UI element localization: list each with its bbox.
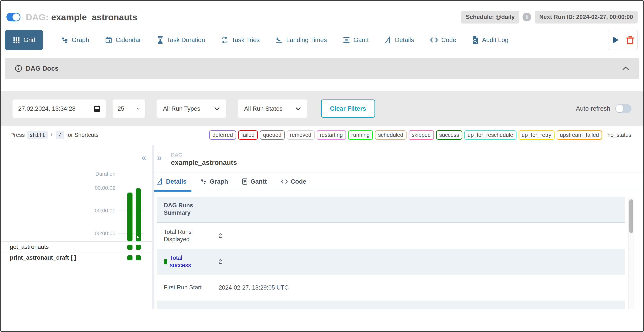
schedule-badge: Schedule: @daily xyxy=(461,10,519,24)
task-instance-square[interactable] xyxy=(127,255,132,260)
trigger-dag-button[interactable] xyxy=(608,30,623,50)
run-states-value: All Run States xyxy=(244,105,282,112)
success-bullet-icon xyxy=(164,259,167,264)
panel-title: example_astronauts xyxy=(171,158,643,166)
dag-docs-panel[interactable]: DAG Docs xyxy=(5,58,639,79)
axis-tick-line xyxy=(119,188,144,188)
dag-docs-header: DAG Docs xyxy=(15,64,58,72)
nav-tab-gantt[interactable]: Gantt xyxy=(343,36,369,44)
dag-run-bar-1[interactable] xyxy=(127,192,132,242)
row-value: 2 xyxy=(212,258,222,265)
nav-tab-calendar[interactable]: Calendar xyxy=(105,36,141,44)
task-instance-square[interactable] xyxy=(136,245,141,250)
panel-tab-gantt[interactable]: Gantt xyxy=(242,178,267,185)
table-scrollbar[interactable] xyxy=(628,198,634,309)
row-label: Last Run Start xyxy=(157,306,212,309)
legend-badge-scheduled[interactable]: scheduled xyxy=(375,130,406,140)
legend-badge-restarting[interactable]: restarting xyxy=(317,130,346,140)
table-row: Last Run Start 2024-02-27, 13:34:27 UTC xyxy=(157,300,625,309)
task-instance-square[interactable] xyxy=(136,255,141,260)
task-row-print-astronaut-craft[interactable]: print_astronaut_craft [ ] xyxy=(1,252,152,264)
legend-badge-deferred[interactable]: deferred xyxy=(209,130,236,140)
num-runs-select[interactable]: 25 xyxy=(112,100,145,118)
clear-filters-button[interactable]: Clear Filters xyxy=(321,100,375,118)
legend-badge-skipped[interactable]: skipped xyxy=(408,130,434,140)
details-panel-tabs: Details Graph Gantt Code xyxy=(154,172,643,191)
axis-tick-label: 00:00:01 xyxy=(95,208,116,214)
panel-divider[interactable] xyxy=(152,145,154,309)
shortcuts-text: Press xyxy=(10,132,25,138)
legend-badge-up-for-reschedule[interactable]: up_for_reschedule xyxy=(464,130,516,140)
task-instance-square[interactable] xyxy=(127,245,132,250)
legend-badge-queued[interactable]: queued xyxy=(260,130,285,140)
task-row-get-astronauts[interactable]: get_astronauts xyxy=(1,242,152,252)
collapse-panel-icon[interactable]: « xyxy=(142,153,146,162)
nav-tab-audit-log[interactable]: Audit Log xyxy=(472,36,508,44)
nav-tab-label: Audit Log xyxy=(482,36,508,44)
auto-refresh-toggle[interactable] xyxy=(615,104,632,113)
grid-icon xyxy=(12,36,20,44)
panel-tab-label: Gantt xyxy=(250,178,267,185)
nav-tab-details[interactable]: Details xyxy=(385,36,414,44)
toggle-knob xyxy=(12,14,20,21)
nav-tab-task-tries[interactable]: Task Tries xyxy=(221,36,260,44)
expand-panel-icon[interactable]: » xyxy=(157,153,162,162)
run-types-value: All Run Types xyxy=(163,105,200,112)
details-panel-header: » DAG example_astronauts xyxy=(154,145,643,172)
row-value: 2 xyxy=(212,232,222,239)
main-content: « Duration 00:00:02 00:00:01 00:00:00 ge… xyxy=(1,145,643,309)
grid-panel: « Duration 00:00:02 00:00:01 00:00:00 ge… xyxy=(1,145,152,309)
legend-badge-removed[interactable]: removed xyxy=(287,130,314,140)
dag-run-bar-2[interactable] xyxy=(136,188,141,242)
task-name: print_astronaut_craft [ ] xyxy=(10,254,76,261)
table-header-row: DAG Runs Summary xyxy=(157,197,625,223)
graph-icon xyxy=(61,36,68,44)
task-name: get_astronauts xyxy=(10,244,49,250)
delete-dag-button[interactable] xyxy=(623,30,637,50)
dag-pause-toggle[interactable] xyxy=(6,13,20,22)
num-runs-value: 25 xyxy=(118,105,124,112)
nav-tab-grid[interactable]: Grid xyxy=(5,30,43,50)
base-date-input[interactable]: 27.02.2024, 13:34:28 xyxy=(12,100,106,118)
nav-tab-label: Task Tries xyxy=(232,36,260,44)
legend-badge-running[interactable]: running xyxy=(348,130,373,140)
nav-tab-graph[interactable]: Graph xyxy=(61,36,89,44)
legend-badge-success[interactable]: success xyxy=(436,130,462,140)
row-label: Total Runs Displayed xyxy=(157,225,212,246)
scrollbar-thumb[interactable] xyxy=(630,199,633,233)
shortcuts-text: for Shortcuts xyxy=(66,132,98,138)
schedule-info-icon[interactable]: i xyxy=(522,13,531,22)
legend-badge-failed[interactable]: failed xyxy=(238,130,258,140)
nav-tab-label: Grid xyxy=(24,36,35,44)
task-list: get_astronauts print_astronaut_craft [ ] xyxy=(1,242,152,264)
shortcuts-text: + xyxy=(50,132,54,138)
active-tab-underline xyxy=(154,190,192,192)
total-success-link[interactable]: Total success xyxy=(164,254,196,269)
view-tabs: Grid Graph Calendar Task Duration Task T… xyxy=(5,30,638,50)
run-states-select[interactable]: All Run States xyxy=(238,100,308,118)
shortcuts-hint: Press shift + / for Shortcuts xyxy=(10,131,98,139)
nav-tab-code[interactable]: Code xyxy=(430,36,456,44)
plane-landing-icon xyxy=(276,36,283,44)
panel-tab-code[interactable]: Code xyxy=(281,178,306,185)
auto-refresh-control: Auto-refresh xyxy=(576,104,632,113)
panel-tab-details[interactable]: Details xyxy=(157,178,186,185)
status-legend: deferred failed queued removed restartin… xyxy=(209,130,634,140)
audit-log-icon xyxy=(472,36,478,44)
legend-badge-upstream-failed[interactable]: upstream_failed xyxy=(557,130,602,140)
nav-tab-label: Task Duration xyxy=(167,36,205,44)
nav-tab-task-duration[interactable]: Task Duration xyxy=(157,36,205,44)
run-types-select[interactable]: All Run Types xyxy=(156,100,226,118)
chevron-down-icon xyxy=(295,107,301,110)
chevron-up-icon[interactable] xyxy=(622,66,629,70)
dag-runs-summary-table: DAG Runs Summary Total Runs Displayed 2 … xyxy=(157,197,625,309)
details-panel: » DAG example_astronauts Details Graph G… xyxy=(154,145,643,309)
details-icon xyxy=(385,36,392,44)
legend-badge-up-for-retry[interactable]: up_for_retry xyxy=(518,130,554,140)
panel-tab-graph[interactable]: Graph xyxy=(200,178,228,185)
nav-tab-landing-times[interactable]: Landing Times xyxy=(276,36,327,44)
axis-tick-label: 00:00:00 xyxy=(95,230,116,236)
slash-key: / xyxy=(56,131,64,139)
nav-tab-label: Landing Times xyxy=(286,36,327,44)
gantt-icon xyxy=(343,36,350,44)
